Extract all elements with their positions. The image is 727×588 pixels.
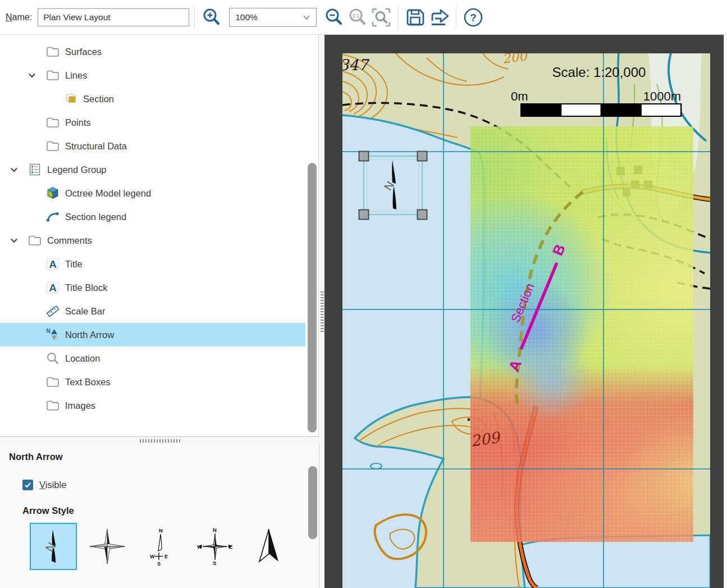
scalebar-left-label: 0m bbox=[511, 89, 528, 103]
legend-group-icon bbox=[27, 162, 42, 177]
tree-item-label: Text Boxes bbox=[65, 377, 111, 388]
tree-item-points[interactable]: Points bbox=[0, 111, 305, 134]
lake-water-south bbox=[511, 535, 710, 588]
svg-text:A: A bbox=[49, 258, 57, 270]
folder-icon bbox=[27, 233, 42, 248]
arrow-style-slim-needle[interactable]: N bbox=[30, 523, 77, 570]
tree-item-comments[interactable]: Comments bbox=[0, 229, 305, 252]
folder-icon bbox=[45, 44, 60, 59]
arrow-style-compass-rose[interactable]: N S W E bbox=[191, 523, 239, 570]
tree-item-title-block[interactable]: A Title Block bbox=[0, 276, 305, 299]
tree-item-label: Location bbox=[65, 353, 100, 364]
visible-checkbox[interactable] bbox=[22, 480, 33, 490]
arrow-style-four-point-star[interactable] bbox=[84, 523, 131, 570]
visible-label: Visible bbox=[39, 480, 66, 490]
chevron-down-icon[interactable] bbox=[27, 70, 45, 80]
svg-text:?: ? bbox=[470, 12, 477, 24]
name-label: Name: bbox=[6, 12, 32, 22]
tree-item-label: Section legend bbox=[65, 212, 126, 222]
chevron-down-icon[interactable] bbox=[9, 165, 27, 175]
folder-icon bbox=[45, 139, 60, 153]
toolbar-separator bbox=[398, 6, 399, 29]
magnifier-icon bbox=[45, 351, 60, 366]
tree-item-label: Surfaces bbox=[65, 47, 102, 57]
toolbar-separator bbox=[456, 6, 456, 29]
chevron-down-icon[interactable] bbox=[9, 235, 27, 245]
tree-item-label: Comments bbox=[47, 235, 92, 246]
tree-item-section[interactable]: Section bbox=[0, 87, 305, 111]
svg-text:347: 347 bbox=[342, 56, 370, 74]
tree-scrollbar-thumb[interactable] bbox=[308, 163, 317, 432]
tree-item-legend-group[interactable]: Legend Group bbox=[0, 158, 305, 181]
map-scrollbar[interactable] bbox=[724, 35, 727, 588]
tree-item-title[interactable]: A Title bbox=[0, 252, 305, 276]
svg-text:S: S bbox=[157, 561, 161, 566]
spot-height bbox=[468, 418, 470, 421]
splitter-grip bbox=[321, 291, 324, 332]
octree-model-icon bbox=[45, 186, 60, 200]
map-page[interactable]: 347 200 209 A B Section Scale: 1:20,000 … bbox=[342, 53, 710, 588]
svg-text:N: N bbox=[43, 540, 58, 554]
numeric-model-overlay bbox=[470, 126, 693, 542]
tree-item-images[interactable]: Images bbox=[0, 394, 305, 417]
layout-name-input[interactable]: Plan View Layout bbox=[38, 8, 189, 26]
tree-item-surfaces[interactable]: Surfaces bbox=[0, 40, 305, 63]
tree-item-structural-data[interactable]: Structural Data bbox=[0, 134, 305, 158]
arrow-style-options: N N W E S N S bbox=[30, 523, 319, 570]
tree-item-text-boxes[interactable]: Text Boxes bbox=[0, 370, 305, 394]
tree-item-north-arrow[interactable]: N North Arrow bbox=[0, 323, 305, 347]
toolbar-separator bbox=[194, 6, 195, 29]
svg-text:N: N bbox=[213, 527, 217, 533]
save-button[interactable] bbox=[404, 4, 427, 30]
tree-item-label: Structural Data bbox=[65, 141, 127, 152]
tree-item-label: Images bbox=[65, 400, 95, 411]
folder-icon bbox=[45, 68, 60, 83]
svg-text:E: E bbox=[164, 554, 168, 559]
map-canvas[interactable]: 347 200 209 A B Section Scale: 1:20,000 … bbox=[342, 53, 710, 588]
arrow-style-solid-arrowhead[interactable] bbox=[245, 523, 292, 570]
tree-item-label: Legend Group bbox=[47, 165, 107, 175]
zoom-out-button[interactable] bbox=[322, 4, 346, 30]
properties-scrollbar-thumb[interactable] bbox=[308, 466, 317, 539]
compass-rose-icon: N S W E bbox=[195, 527, 235, 566]
arrow-style-needle-cardinal-cross[interactable]: N W E S bbox=[138, 523, 185, 570]
panel-title: North Arrow bbox=[9, 452, 319, 462]
actual-size-icon: 1:1 bbox=[347, 7, 368, 28]
four-point-star-icon bbox=[88, 527, 127, 566]
export-button[interactable] bbox=[427, 4, 451, 30]
needle-cardinal-cross-icon: N W E S bbox=[141, 527, 181, 566]
layout-viewport[interactable]: 347 200 209 A B Section Scale: 1:20,000 … bbox=[324, 35, 724, 588]
layout-items-tree: Surfaces Lines Section Points Structural… bbox=[0, 35, 319, 437]
north-arrow-properties-panel: North Arrow Visible Arrow Style N N bbox=[0, 444, 319, 588]
tree-item-location[interactable]: Location bbox=[0, 347, 305, 370]
checkmark-icon bbox=[24, 481, 31, 489]
tree-item-label: Points bbox=[65, 117, 91, 128]
zoom-in-button[interactable] bbox=[200, 4, 223, 30]
zoom-level-select[interactable]: 100% bbox=[229, 8, 317, 27]
actual-size-button[interactable]: 1:1 bbox=[346, 4, 369, 30]
tree-item-section-legend[interactable]: Section legend bbox=[0, 205, 305, 229]
section-legend-icon bbox=[45, 209, 60, 224]
tree-item-scale-bar[interactable]: Scale Bar bbox=[0, 299, 305, 323]
solid-arrowhead-icon bbox=[249, 527, 289, 566]
zoom-in-icon bbox=[201, 7, 222, 28]
tree-item-octree-model-legend[interactable]: Octree Model legend bbox=[0, 181, 305, 205]
scalebar-right-label: 1000m bbox=[643, 89, 681, 103]
svg-text:N: N bbox=[46, 328, 50, 334]
splitter-grip bbox=[140, 439, 180, 443]
north-arrow-icon: N bbox=[45, 327, 60, 342]
tree-item-lines[interactable]: Lines bbox=[0, 63, 305, 87]
vertical-splitter[interactable] bbox=[319, 35, 324, 588]
folder-icon bbox=[45, 398, 60, 413]
export-icon bbox=[428, 7, 450, 28]
tree-item-label: Lines bbox=[65, 70, 87, 81]
tree-item-label: Title bbox=[65, 259, 83, 270]
slim-needle-arrow-icon: N bbox=[34, 527, 73, 566]
save-icon bbox=[405, 7, 426, 28]
zoom-to-fit-button[interactable] bbox=[369, 4, 393, 30]
ruler-icon bbox=[45, 304, 60, 318]
horizontal-splitter[interactable] bbox=[0, 436, 319, 444]
tree-item-label: Section bbox=[83, 94, 114, 104]
folder-icon bbox=[45, 375, 60, 389]
help-button[interactable]: ? bbox=[461, 4, 485, 30]
